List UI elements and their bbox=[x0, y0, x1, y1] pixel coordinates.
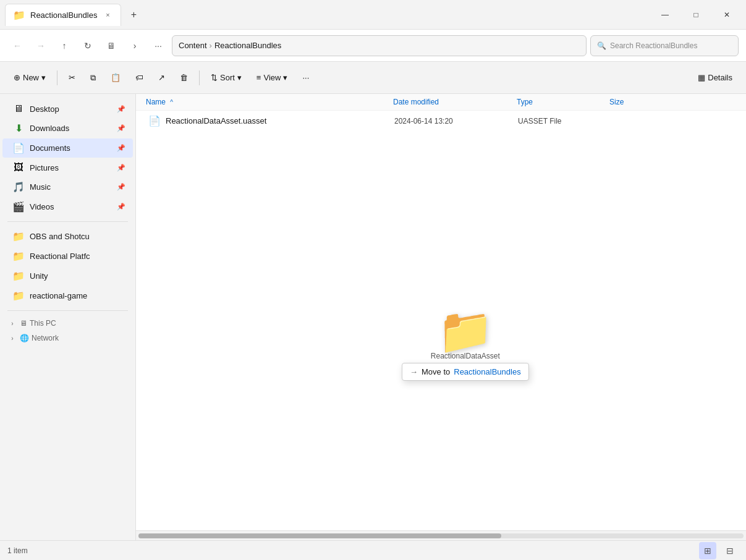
sidebar-item-videos[interactable]: 🎬 Videos 📌 bbox=[2, 197, 133, 216]
breadcrumb-content[interactable]: Content bbox=[179, 41, 207, 50]
paste-button[interactable]: 📋 bbox=[104, 67, 127, 88]
network-icon: 🌐 bbox=[20, 334, 29, 342]
pin-icon-downloads: 📌 bbox=[117, 124, 125, 132]
details-icon: ▦ bbox=[698, 73, 705, 82]
address-bar: ← → ↑ ↻ 🖥 › ··· Content › ReactionalBund… bbox=[0, 30, 746, 62]
breadcrumb-reactionalbundles[interactable]: ReactionalBundles bbox=[214, 41, 281, 50]
new-tab-button[interactable]: + bbox=[124, 5, 143, 25]
tab-close-button[interactable]: × bbox=[102, 9, 113, 20]
file-icon: 📄 bbox=[148, 115, 161, 127]
breadcrumb-separator-1: › bbox=[210, 41, 212, 50]
toolbar-separator-1 bbox=[57, 70, 57, 85]
minimize-button[interactable]: — bbox=[651, 5, 679, 25]
forward-button[interactable]: → bbox=[31, 36, 51, 56]
copy-button[interactable]: ⧉ bbox=[84, 67, 102, 88]
this-pc-expand-icon: › bbox=[7, 318, 17, 328]
cut-icon: ✂ bbox=[69, 73, 75, 82]
scrollbar-track[interactable] bbox=[138, 533, 744, 538]
sort-icon: ⇅ bbox=[211, 73, 218, 82]
refresh-button[interactable]: ↻ bbox=[78, 36, 98, 56]
close-button[interactable]: ✕ bbox=[713, 5, 741, 25]
sidebar: 🖥 Desktop 📌 ⬇ Downloads 📌 📄 Documents 📌 … bbox=[0, 94, 136, 540]
rename-icon: 🏷 bbox=[135, 73, 143, 82]
view-label: View bbox=[263, 73, 281, 82]
obs-folder-icon: 📁 bbox=[12, 231, 25, 242]
sidebar-item-reactional-platform[interactable]: 📁 Reactional Platfc bbox=[2, 247, 133, 266]
videos-icon: 🎬 bbox=[12, 201, 25, 213]
music-icon: 🎵 bbox=[12, 181, 25, 193]
sidebar-label-documents: Documents bbox=[30, 143, 112, 153]
toolbar: ⊕ New ▾ ✂ ⧉ 📋 🏷 ↗ 🗑 ⇅ Sort ▾ ≡ View ▾ ··… bbox=[0, 62, 746, 94]
up-button[interactable]: ↑ bbox=[54, 36, 74, 56]
sidebar-label-reactional-platform: Reactional Platfc bbox=[30, 252, 125, 261]
active-tab[interactable]: 📁 ReactionalBundles × bbox=[5, 4, 121, 26]
drag-overlay: 📁 ReactionalDataAsset → Move to Reaction… bbox=[402, 308, 529, 381]
downloads-icon: ⬇ bbox=[12, 122, 25, 134]
col-header-type: Type bbox=[517, 98, 609, 106]
sidebar-item-obs[interactable]: 📁 OBS and Shotcu bbox=[2, 227, 133, 246]
new-dropdown-icon: ▾ bbox=[41, 73, 46, 82]
search-icon: 🔍 bbox=[597, 41, 606, 50]
breadcrumb[interactable]: Content › ReactionalBundles bbox=[172, 35, 587, 56]
sort-button[interactable]: ⇅ Sort ▾ bbox=[205, 67, 248, 88]
file-date: 2024-06-14 13:20 bbox=[394, 117, 518, 125]
copy-icon: ⧉ bbox=[90, 73, 96, 83]
sort-label: Sort bbox=[220, 73, 235, 82]
view-details-button[interactable]: ⊞ bbox=[699, 542, 716, 559]
sidebar-item-reactional-game[interactable]: 📁 reactional-game bbox=[2, 286, 133, 305]
delete-icon: 🗑 bbox=[180, 73, 188, 82]
drag-destination: ReactionalBundles bbox=[454, 367, 520, 376]
more-options-button[interactable]: ··· bbox=[296, 67, 315, 88]
file-list: 📄 ReactionalDataAsset.uasset 2024-06-14 … bbox=[136, 111, 746, 530]
tab-title: ReactionalBundles bbox=[30, 11, 97, 20]
breadcrumb-expand-button[interactable]: › bbox=[125, 36, 145, 56]
maximize-button[interactable]: □ bbox=[682, 5, 710, 25]
sidebar-label-reactional-game: reactional-game bbox=[30, 291, 125, 300]
column-header[interactable]: Name ^ Date modified Type Size bbox=[136, 94, 746, 111]
search-bar[interactable]: 🔍 Search ReactionalBundles bbox=[590, 35, 739, 56]
this-pc-label: This PC bbox=[30, 319, 56, 328]
rename-button[interactable]: 🏷 bbox=[129, 67, 150, 88]
content-area: Name ^ Date modified Type Size 📄 Reactio… bbox=[136, 94, 746, 540]
new-label: New bbox=[23, 73, 39, 82]
sidebar-item-pictures[interactable]: 🖼 Pictures 📌 bbox=[2, 158, 133, 177]
status-right: ⊞ ⊟ bbox=[699, 542, 739, 559]
more-icon: ··· bbox=[302, 73, 309, 82]
share-button[interactable]: ↗ bbox=[152, 67, 171, 88]
sidebar-group-this-pc[interactable]: › 🖥 This PC bbox=[0, 316, 135, 331]
drag-arrow-icon: → bbox=[410, 367, 418, 376]
table-row[interactable]: 📄 ReactionalDataAsset.uasset 2024-06-14 … bbox=[138, 111, 744, 130]
drag-move-prefix: Move to bbox=[422, 367, 450, 376]
sidebar-label-obs: OBS and Shotcu bbox=[30, 232, 125, 241]
drag-tooltip: → Move to ReactionalBundles bbox=[402, 363, 529, 381]
more-locations-button[interactable]: ··· bbox=[148, 36, 168, 56]
sidebar-item-downloads[interactable]: ⬇ Downloads 📌 bbox=[2, 119, 133, 138]
paste-icon: 📋 bbox=[111, 73, 121, 82]
sidebar-item-desktop[interactable]: 🖥 Desktop 📌 bbox=[2, 100, 133, 118]
sidebar-group-network[interactable]: › 🌐 Network bbox=[0, 331, 135, 346]
horizontal-scrollbar[interactable] bbox=[136, 530, 746, 540]
sidebar-item-documents[interactable]: 📄 Documents 📌 bbox=[2, 138, 133, 158]
item-count: 1 item bbox=[7, 546, 28, 555]
tab-folder-icon: 📁 bbox=[13, 9, 25, 21]
scrollbar-thumb[interactable] bbox=[138, 533, 501, 538]
pin-icon-videos: 📌 bbox=[117, 203, 125, 211]
delete-button[interactable]: 🗑 bbox=[174, 67, 194, 88]
details-button[interactable]: ▦ Details bbox=[692, 67, 739, 88]
col-header-date: Date modified bbox=[393, 98, 517, 106]
pin-icon-music: 📌 bbox=[117, 183, 125, 191]
back-button[interactable]: ← bbox=[7, 36, 27, 56]
sidebar-item-unity[interactable]: 📁 Unity bbox=[2, 266, 133, 286]
view-large-icons-button[interactable]: ⊟ bbox=[721, 542, 739, 559]
sidebar-label-pictures: Pictures bbox=[30, 163, 112, 172]
cut-button[interactable]: ✂ bbox=[62, 67, 82, 88]
device-icon[interactable]: 🖥 bbox=[101, 36, 121, 56]
this-pc-icon: 🖥 bbox=[20, 319, 27, 328]
view-button[interactable]: ≡ View ▾ bbox=[250, 67, 294, 88]
new-button[interactable]: ⊕ New ▾ bbox=[7, 67, 52, 88]
sidebar-item-music[interactable]: 🎵 Music 📌 bbox=[2, 177, 133, 197]
network-expand-icon: › bbox=[7, 333, 17, 343]
reactional-platform-icon: 📁 bbox=[12, 250, 25, 262]
reactional-game-folder-icon: 📁 bbox=[12, 290, 25, 302]
pin-icon-documents: 📌 bbox=[117, 144, 125, 152]
